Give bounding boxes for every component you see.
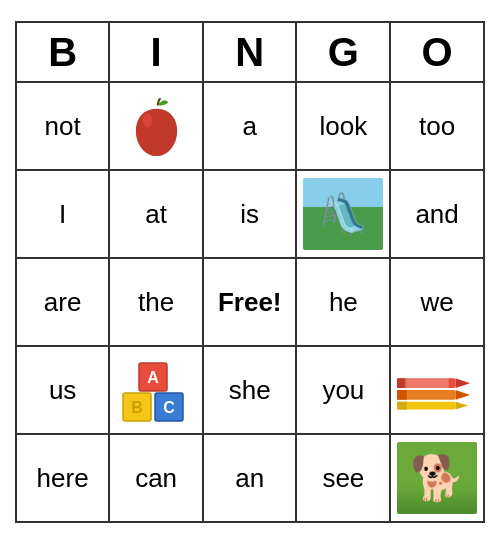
playground-image xyxy=(303,177,383,252)
bingo-row-3: us B C A xyxy=(16,346,484,434)
svg-text:B: B xyxy=(131,399,143,416)
bingo-header: BINGO xyxy=(16,22,484,82)
bingo-cell-2-0: are xyxy=(16,258,109,346)
bingo-letter-b: B xyxy=(16,22,109,82)
bingo-cell-3-2: she xyxy=(203,346,296,434)
svg-rect-19 xyxy=(405,378,449,388)
bingo-row-4: herecanansee🐕 xyxy=(16,434,484,522)
bingo-cell-0-2: a xyxy=(203,82,296,170)
dog-image: 🐕 xyxy=(397,441,477,516)
bingo-cell-0-3: look xyxy=(296,82,390,170)
bingo-row-1: Iatisand xyxy=(16,170,484,258)
bingo-cell-3-3: you xyxy=(296,346,390,434)
bingo-letter-g: G xyxy=(296,22,390,82)
bingo-cell-2-2: Free! xyxy=(203,258,296,346)
svg-rect-18 xyxy=(397,402,407,410)
bingo-cell-0-0: not xyxy=(16,82,109,170)
blocks-image: B C A xyxy=(116,353,196,428)
svg-rect-15 xyxy=(397,390,407,400)
bingo-row-2: aretheFree!hewe xyxy=(16,258,484,346)
bingo-cell-0-1 xyxy=(109,82,203,170)
bingo-card: BINGO not xyxy=(15,21,485,523)
bingo-cell-4-2: an xyxy=(203,434,296,522)
bingo-cell-4-0: here xyxy=(16,434,109,522)
bingo-letter-o: O xyxy=(390,22,484,82)
svg-point-0 xyxy=(143,113,152,127)
bingo-cell-4-1: can xyxy=(109,434,203,522)
bingo-cell-3-1: B C A xyxy=(109,346,203,434)
bingo-cell-1-4: and xyxy=(390,170,484,258)
crayons-image xyxy=(397,353,477,428)
svg-marker-17 xyxy=(456,402,469,410)
bingo-cell-1-0: I xyxy=(16,170,109,258)
bingo-cell-1-1: at xyxy=(109,170,203,258)
bingo-cell-3-0: us xyxy=(16,346,109,434)
bingo-cell-4-3: see xyxy=(296,434,390,522)
apple-image xyxy=(116,89,196,164)
bingo-cell-3-4 xyxy=(390,346,484,434)
svg-marker-14 xyxy=(456,390,471,400)
bingo-cell-1-2: is xyxy=(203,170,296,258)
bingo-cell-4-4: 🐕 xyxy=(390,434,484,522)
bingo-cell-2-3: he xyxy=(296,258,390,346)
svg-marker-11 xyxy=(456,378,471,388)
bingo-cell-0-4: too xyxy=(390,82,484,170)
bingo-letter-n: N xyxy=(203,22,296,82)
bingo-cell-2-1: the xyxy=(109,258,203,346)
bingo-cell-1-3 xyxy=(296,170,390,258)
svg-text:A: A xyxy=(147,369,159,386)
bingo-cell-2-4: we xyxy=(390,258,484,346)
bingo-row-0: not xyxy=(16,82,484,170)
svg-text:C: C xyxy=(163,399,175,416)
bingo-letter-i: I xyxy=(109,22,203,82)
